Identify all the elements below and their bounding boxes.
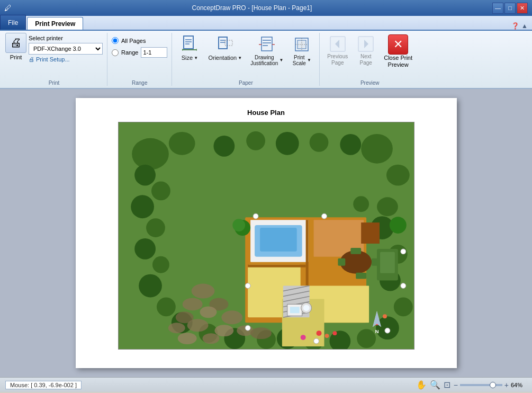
svg-point-109 [382,314,386,318]
ribbon-group-range: All Pages Range Range [110,33,172,86]
svg-point-27 [168,132,195,155]
next-page-icon [356,34,375,53]
print-scale-dropdown-arrow: ▼ [307,58,311,63]
svg-point-30 [377,197,398,216]
previous-page-icon [328,34,347,53]
svg-rect-91 [356,273,366,279]
svg-point-29 [386,165,409,186]
svg-point-61 [182,298,202,310]
drawing-justification-icon [257,34,277,55]
svg-point-107 [332,331,337,335]
print-button[interactable]: 🖨 Print [5,33,26,60]
close-print-preview-icon: ✕ [388,34,408,55]
svg-point-98 [303,305,309,311]
zoom-slider[interactable] [460,384,502,386]
zoom-plus-icon[interactable]: + [504,381,509,389]
svg-point-68 [177,333,196,344]
close-print-preview-button[interactable]: ✕ Close PrintPreview [381,33,416,70]
svg-point-32 [151,181,170,200]
svg-point-36 [152,256,169,273]
zoom-minus-icon[interactable]: − [454,381,458,389]
hand-tool-icon[interactable]: ✋ [416,380,427,390]
fit-page-icon[interactable]: ⊡ [444,380,450,390]
svg-point-100 [232,219,245,231]
ribbon-group-preview: PreviousPage NextPage ✕ Close PrintPrevi… [322,33,420,86]
range-input[interactable] [141,47,167,58]
expand-icon[interactable]: ▲ [521,22,528,30]
print-scale-icon [292,34,312,55]
svg-point-52 [213,136,235,157]
range-area: All Pages Range [112,33,167,58]
size-dropdown-arrow: ▼ [194,56,198,61]
svg-point-64 [214,325,233,336]
zoom-slider-thumb [490,382,496,388]
svg-rect-93 [380,252,394,273]
svg-point-105 [324,334,329,338]
tab-bar: File Print Preview ❓ ▲ [0,16,532,31]
tab-file[interactable]: File [0,15,26,30]
svg-point-116 [245,283,250,289]
zoom-bar: − + 64% [454,381,527,389]
all-pages-radio[interactable] [112,37,119,44]
printer-icon: 🖨 [29,56,34,62]
title-bar: 🖊 ConceptDraw PRO - [House Plan - Page1]… [0,0,532,16]
zoom-percent: 64% [511,382,527,388]
svg-text:N: N [375,328,378,334]
svg-point-54 [275,132,299,155]
svg-point-63 [187,319,208,332]
page-preview: House Plan [76,98,457,368]
printer-dropdown[interactable]: PDF-XChange 3.0 [29,43,103,55]
svg-point-26 [132,138,169,170]
all-pages-row: All Pages [112,37,167,44]
close-button[interactable]: ✕ [517,3,528,14]
svg-point-66 [250,327,272,339]
svg-point-28 [361,134,393,164]
window-controls: — □ ✕ [492,3,528,14]
svg-rect-75 [260,228,297,252]
svg-point-57 [191,284,214,299]
ribbon: 🖨 Print Select printer PDF-XChange 3.0 🖨… [0,31,532,89]
range-radio[interactable] [112,49,119,56]
minimize-button[interactable]: — [492,3,503,14]
svg-point-101 [389,217,406,234]
svg-point-69 [202,333,219,344]
help-icon[interactable]: ❓ [511,22,519,30]
svg-point-104 [316,331,321,336]
svg-point-45 [393,297,412,316]
svg-rect-0 [184,36,193,49]
tab-print-preview[interactable]: Print Preview [27,17,83,30]
print-scale-button[interactable]: PrintScale ▼ [288,33,315,68]
drawing-justification-button[interactable]: DrawingJustification ▼ [247,33,286,68]
size-button[interactable]: Size ▼ [176,33,203,63]
orientation-button[interactable]: Orientation ▼ [205,33,245,63]
print-setup-link[interactable]: 🖨 Print Setup... [29,56,103,62]
zoom-region-icon[interactable]: 🔍 [430,380,440,390]
svg-rect-90 [350,248,361,254]
size-icon [179,34,200,55]
svg-point-55 [309,133,328,152]
svg-point-103 [353,196,369,212]
svg-point-31 [134,165,156,186]
svg-point-53 [246,131,265,150]
maximize-button[interactable]: □ [504,3,516,14]
svg-rect-88 [338,258,345,266]
svg-rect-96 [290,307,299,313]
range-row: Range [112,47,167,58]
svg-rect-94 [361,222,380,244]
svg-point-56 [340,134,361,155]
ribbon-group-print: 🖨 Print Select printer PDF-XChange 3.0 🖨… [3,33,107,86]
main-content: House Plan [0,89,532,377]
svg-point-47 [357,329,376,348]
next-page-button[interactable]: NextPage [353,33,378,68]
house-plan-image: N [118,122,414,350]
previous-page-button[interactable]: PreviousPage [324,33,351,68]
app-title: ConceptDraw PRO - [House Plan - Page1] [12,4,492,12]
svg-point-117 [245,325,250,331]
svg-point-67 [168,323,185,333]
svg-point-120 [400,283,405,289]
svg-point-35 [134,238,156,260]
svg-rect-10 [225,40,232,46]
svg-point-114 [321,213,327,219]
svg-point-119 [384,328,390,333]
svg-point-118 [313,338,319,344]
